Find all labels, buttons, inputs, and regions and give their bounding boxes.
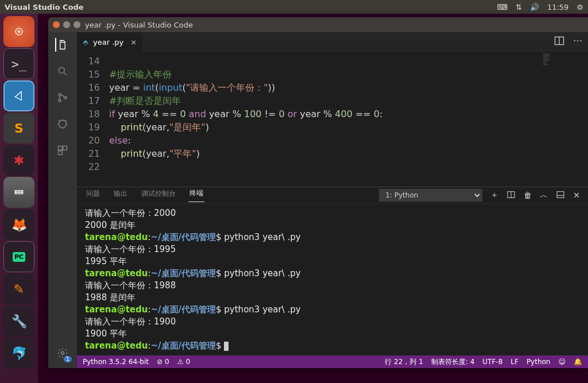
svg-point-4 [59,67,64,73]
svg-rect-11 [59,151,63,155]
launcher-sublime[interactable]: S [3,113,34,144]
status-errors[interactable]: ⊘ 0 [157,358,169,366]
svg-point-12 [61,352,64,355]
status-tabsize[interactable]: 制表符长度: 4 [431,357,475,367]
launcher-vscode[interactable] [3,80,34,111]
status-warnings[interactable]: ⚠ 0 [177,358,190,366]
system-tray[interactable]: ⌨ ⇅ 🔊 11:59 ⚙ [497,3,583,11]
window-maximize-button[interactable] [74,21,80,28]
window-title: year .py - Visual Studio Code [85,21,193,29]
svg-rect-9 [59,146,63,150]
volume-icon[interactable]: 🔊 [530,3,539,11]
status-cursor[interactable]: 行 22，列 1 [385,357,423,367]
settings-icon[interactable]: 1 [56,346,69,360]
split-terminal-icon[interactable] [506,190,516,201]
tab-year-py[interactable]: ⬘ year .py × [77,32,142,52]
kill-terminal-icon[interactable]: 🗑 [524,191,532,200]
window-titlebar[interactable]: year .py - Visual Studio Code [48,17,588,32]
panel-tabs: 问题 输出 调试控制台 终端 1: Python ＋ 🗑 ︿ ✕ [77,187,588,204]
source-control-icon[interactable] [56,91,69,105]
bottom-panel: 问题 输出 调试控制台 终端 1: Python ＋ 🗑 ︿ ✕ 请输入一个年份… [77,187,588,355]
svg-rect-2 [15,191,22,192]
new-terminal-icon[interactable]: ＋ [490,190,498,200]
tab-filename: year .py [93,38,123,47]
window-close-button[interactable] [53,21,60,28]
settings-gear-icon[interactable]: ⚙ [577,3,583,11]
close-panel-icon[interactable]: ✕ [573,191,580,200]
launcher-pycharm[interactable]: PC [3,241,34,272]
status-encoding[interactable]: UTF-8 [482,358,502,366]
code-editor[interactable]: 141516171819202122 #提示输入年份year = int(inp… [77,52,588,187]
minimap[interactable]: ███ ██ ███ ████ ████ ████ ███ ███ ██ ███… [542,52,588,187]
svg-rect-10 [63,146,67,150]
toggle-panel-icon[interactable] [556,190,565,201]
status-bell-icon[interactable]: 🔔 [574,358,582,366]
python-file-icon: ⬘ [83,38,88,47]
editor-tabs: ⬘ year .py × ⋯ [77,32,588,52]
svg-point-1 [18,30,20,32]
panel-tab-problems[interactable]: 问题 [85,189,101,202]
launcher-tool[interactable]: ✎ [3,273,34,304]
keyboard-icon[interactable]: ⌨ [497,3,508,11]
more-actions-icon[interactable]: ⋯ [573,35,582,49]
panel-tab-debug[interactable]: 调试控制台 [140,189,177,202]
split-editor-icon[interactable] [554,35,565,49]
svg-rect-3 [15,192,22,194]
terminal-output[interactable]: 请输入一个年份：20002000 是闰年tarena@tedu:~/桌面/代码管… [77,204,588,355]
clock[interactable]: 11:59 [547,3,568,11]
explorer-icon[interactable] [55,38,69,52]
tab-close-icon[interactable]: × [130,38,137,47]
svg-point-5 [59,94,61,96]
code-text[interactable]: #提示输入年份year = int(input("请输入一个年份："))#判断是… [109,52,588,187]
settings-badge: 1 [64,356,72,362]
debug-icon[interactable] [56,117,69,131]
launcher-spyder[interactable]: ✱ [3,145,34,176]
launcher-db[interactable]: 🐬 [3,338,34,369]
status-eol[interactable]: LF [510,358,519,366]
maximize-panel-icon[interactable]: ︿ [540,190,548,200]
extensions-icon[interactable] [56,144,69,157]
status-bar: Python 3.5.2 64-bit ⊘ 0 ⚠ 0 行 22，列 1 制表符… [77,355,588,368]
launcher-terminal[interactable]: >_ [3,48,34,79]
panel-tab-terminal[interactable]: 终端 [188,188,204,202]
svg-rect-15 [557,191,564,198]
terminal-selector[interactable]: 1: Python [379,189,482,202]
line-gutter: 141516171819202122 [77,52,109,187]
vscode-window: year .py - Visual Studio Code 1 ⬘ year .… [48,17,588,368]
svg-point-7 [64,96,67,99]
status-lang[interactable]: Python [527,358,551,366]
panel-tab-output[interactable]: 输出 [113,189,129,202]
unity-launcher: >_ S ✱ 🦊 PC ✎ 🔧 🐬 [0,14,38,383]
menubar-app-title: Visual Studio Code [5,3,84,11]
launcher-firefox[interactable]: 🦊 [3,209,34,240]
search-icon[interactable] [56,64,69,78]
system-menubar: Visual Studio Code ⌨ ⇅ 🔊 11:59 ⚙ [0,0,588,14]
launcher-files[interactable] [3,177,34,208]
launcher-dash[interactable] [3,16,34,47]
status-feedback-icon[interactable]: ☺ [558,358,566,366]
activity-bar: 1 [48,32,77,368]
network-icon[interactable]: ⇅ [516,3,522,11]
status-python[interactable]: Python 3.5.2 64-bit [83,358,149,366]
launcher-settings[interactable]: 🔧 [3,305,34,336]
svg-point-6 [59,99,61,102]
window-minimize-button[interactable] [63,21,70,28]
svg-point-8 [59,120,66,127]
